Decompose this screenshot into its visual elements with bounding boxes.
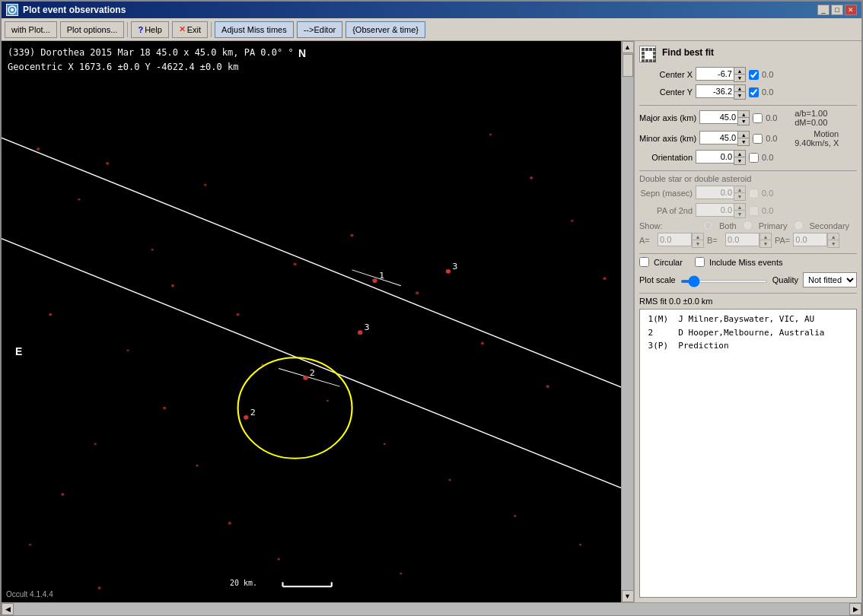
a-label: A= [639,236,654,245]
circular-label: Circular [654,258,683,267]
major-axis-up-btn[interactable]: ▲ [738,111,749,118]
svg-point-43 [446,269,451,274]
minor-axis-checkbox[interactable] [753,134,763,144]
a-input [658,233,692,246]
main-window: Plot event observations _ □ ✕ with Plot.… [0,0,863,616]
with-plot-button[interactable]: with Plot... [5,21,57,38]
minor-axis-down-btn[interactable]: ▼ [738,138,749,145]
svg-point-8 [204,184,206,186]
exit-x-icon: ✕ [179,24,186,34]
sepn-up-btn: ▲ [734,186,745,193]
center-y-up-btn[interactable]: ▲ [734,85,745,92]
orientation-down-btn[interactable]: ▼ [734,157,745,164]
pa-2nd-checkbox [749,206,759,216]
plot-svg: 1 3 3 2 2 [2,41,621,602]
options-row: Circular Include Miss events [639,257,857,269]
pa-down-btn: ▼ [828,240,839,247]
include-miss-checkbox[interactable] [695,257,705,267]
find-best-fit-title: Find best fit [662,47,714,58]
svg-point-28 [603,277,606,280]
orientation-input-group: ▲ ▼ [696,150,746,165]
motion-label: Motion [795,129,839,138]
orientation-up-btn[interactable]: ▲ [734,151,745,157]
svg-text:2: 2 [250,408,256,418]
double-star-label: Double star or double asteroid [639,174,857,183]
sepn-check-value: 0.0 [762,189,785,198]
orientation-input[interactable] [696,150,734,164]
scroll-thumb-v[interactable] [623,54,633,77]
svg-point-18 [514,515,516,517]
b-input-group: ▲ ▼ [725,233,772,248]
svg-text:1: 1 [379,271,384,281]
scroll-track-h[interactable] [14,603,849,615]
sepn-input-group: ▲ ▼ [696,186,746,201]
title-bar: Plot event observations _ □ ✕ [2,2,861,18]
observer-time-button[interactable]: {Observer & time} [346,21,425,38]
a-down-btn: ▼ [693,240,703,247]
scroll-left-button[interactable]: ◀ [2,603,14,615]
obs-list-item-3: 3(P) Prediction [643,339,853,353]
orientation-checkbox[interactable] [749,153,759,163]
minor-axis-check-value: 0.0 [766,134,788,143]
show-primary-label: Primary [759,221,788,230]
plot-scale-slider[interactable] [680,280,768,283]
center-y-down-btn[interactable]: ▼ [734,92,745,99]
close-button[interactable]: ✕ [845,5,857,15]
center-x-label: Center X [639,70,693,79]
vertical-scrollbar[interactable]: ▲ ▼ [621,41,633,602]
plot-header: (339) Dorothea 2015 Mar 18 45.0 x 45.0 k… [8,46,294,75]
help-button[interactable]: ? Help [131,21,168,38]
scale-label: 20 km. [230,579,257,587]
minimize-button[interactable]: _ [817,5,830,15]
circular-checkbox[interactable] [639,257,649,267]
svg-point-3 [37,148,40,151]
center-x-input[interactable] [696,67,734,81]
center-y-input[interactable] [696,84,734,98]
pa-2nd-check-value: 0.0 [762,206,785,215]
scroll-down-button[interactable]: ▼ [622,590,634,602]
scroll-right-button[interactable]: ▶ [849,603,861,615]
quality-label: Quality [772,275,798,284]
center-x-down-btn[interactable]: ▼ [734,75,745,81]
svg-point-19 [546,385,549,388]
major-axis-input[interactable] [699,110,737,124]
center-x-check-value: 0.0 [762,70,785,79]
right-panel: Find best fit Center X ▲ ▼ 0.0 Center Y [633,41,861,602]
scroll-track-v[interactable] [622,53,634,590]
minor-axis-input-group: ▲ ▼ [699,131,750,146]
svg-rect-2 [2,41,621,602]
show-both-label: Both [719,221,737,230]
maximize-button[interactable]: □ [831,5,843,15]
svg-point-15 [416,291,419,294]
editor-button[interactable]: -->Editor [297,21,343,38]
center-y-checkbox[interactable] [749,87,759,97]
minor-axis-up-btn[interactable]: ▲ [738,132,749,138]
east-label: E [15,345,22,357]
quality-select[interactable]: Not fitted [803,272,857,287]
ab-ratio: a/b=1.00 [795,109,827,118]
pa-spin-btns: ▲ ▼ [827,233,839,248]
center-x-checkbox[interactable] [749,70,759,80]
center-x-up-btn[interactable]: ▲ [734,68,745,75]
minor-axis-spin-btns: ▲ ▼ [737,131,750,146]
main-area: 1 3 3 2 2 [2,41,861,602]
major-axis-down-btn[interactable]: ▼ [738,118,749,125]
orientation-label: Orientation [639,153,693,162]
svg-point-17 [481,341,484,345]
title-controls: _ □ ✕ [817,5,857,15]
svg-point-32 [228,522,231,525]
scroll-up-button[interactable]: ▲ [622,41,634,53]
minor-axis-input[interactable] [699,131,737,144]
minor-axis-label: Minor axis (km) [639,134,696,143]
toolbar: with Plot... Plot options... ? Help ✕ Ex… [2,18,861,41]
adjust-miss-button[interactable]: Adjust Miss times [215,21,294,38]
pa-input-group: ▲ ▼ [793,233,839,248]
show-row: Show: Both Primary Secondary [639,221,857,230]
north-label: N [298,47,306,59]
exit-button[interactable]: ✕ Exit [172,21,208,38]
major-axis-checkbox[interactable] [753,113,763,123]
b-spin-btns: ▲ ▼ [760,233,772,248]
plot-options-button[interactable]: Plot options... [60,21,125,38]
a-up-btn: ▲ [693,233,703,240]
center-x-input-group: ▲ ▼ [696,67,746,82]
